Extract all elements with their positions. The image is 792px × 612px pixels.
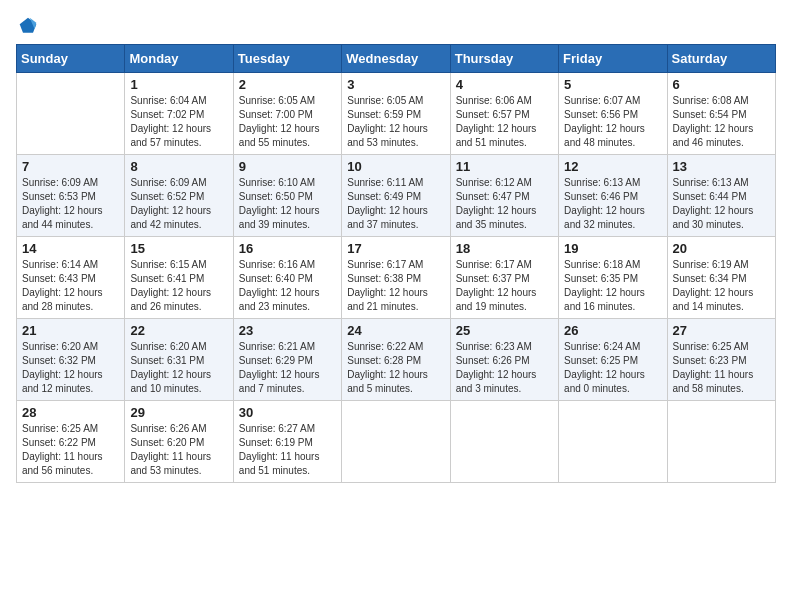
cell-info: Sunrise: 6:25 AMSunset: 6:22 PMDaylight:… bbox=[22, 422, 119, 478]
cell-date: 16 bbox=[239, 241, 336, 256]
cell-info: Sunrise: 6:25 AMSunset: 6:23 PMDaylight:… bbox=[673, 340, 770, 396]
calendar-cell: 13Sunrise: 6:13 AMSunset: 6:44 PMDayligh… bbox=[667, 155, 775, 237]
weekday-header: Sunday bbox=[17, 45, 125, 73]
calendar-cell: 26Sunrise: 6:24 AMSunset: 6:25 PMDayligh… bbox=[559, 319, 667, 401]
cell-date: 19 bbox=[564, 241, 661, 256]
calendar-week-row: 28Sunrise: 6:25 AMSunset: 6:22 PMDayligh… bbox=[17, 401, 776, 483]
cell-info: Sunrise: 6:21 AMSunset: 6:29 PMDaylight:… bbox=[239, 340, 336, 396]
calendar-cell bbox=[559, 401, 667, 483]
cell-info: Sunrise: 6:22 AMSunset: 6:28 PMDaylight:… bbox=[347, 340, 444, 396]
cell-info: Sunrise: 6:09 AMSunset: 6:52 PMDaylight:… bbox=[130, 176, 227, 232]
calendar-week-row: 7Sunrise: 6:09 AMSunset: 6:53 PMDaylight… bbox=[17, 155, 776, 237]
cell-date: 3 bbox=[347, 77, 444, 92]
cell-date: 25 bbox=[456, 323, 553, 338]
cell-info: Sunrise: 6:24 AMSunset: 6:25 PMDaylight:… bbox=[564, 340, 661, 396]
cell-date: 27 bbox=[673, 323, 770, 338]
calendar-week-row: 1Sunrise: 6:04 AMSunset: 7:02 PMDaylight… bbox=[17, 73, 776, 155]
cell-date: 4 bbox=[456, 77, 553, 92]
calendar-cell: 20Sunrise: 6:19 AMSunset: 6:34 PMDayligh… bbox=[667, 237, 775, 319]
calendar-cell: 9Sunrise: 6:10 AMSunset: 6:50 PMDaylight… bbox=[233, 155, 341, 237]
cell-date: 6 bbox=[673, 77, 770, 92]
calendar-cell: 2Sunrise: 6:05 AMSunset: 7:00 PMDaylight… bbox=[233, 73, 341, 155]
calendar-cell: 19Sunrise: 6:18 AMSunset: 6:35 PMDayligh… bbox=[559, 237, 667, 319]
cell-info: Sunrise: 6:12 AMSunset: 6:47 PMDaylight:… bbox=[456, 176, 553, 232]
cell-date: 18 bbox=[456, 241, 553, 256]
calendar-cell: 8Sunrise: 6:09 AMSunset: 6:52 PMDaylight… bbox=[125, 155, 233, 237]
calendar-cell bbox=[342, 401, 450, 483]
cell-info: Sunrise: 6:05 AMSunset: 6:59 PMDaylight:… bbox=[347, 94, 444, 150]
cell-info: Sunrise: 6:20 AMSunset: 6:32 PMDaylight:… bbox=[22, 340, 119, 396]
cell-info: Sunrise: 6:11 AMSunset: 6:49 PMDaylight:… bbox=[347, 176, 444, 232]
cell-date: 1 bbox=[130, 77, 227, 92]
cell-date: 17 bbox=[347, 241, 444, 256]
cell-date: 5 bbox=[564, 77, 661, 92]
calendar-cell: 18Sunrise: 6:17 AMSunset: 6:37 PMDayligh… bbox=[450, 237, 558, 319]
cell-date: 13 bbox=[673, 159, 770, 174]
cell-date: 10 bbox=[347, 159, 444, 174]
cell-date: 29 bbox=[130, 405, 227, 420]
cell-date: 7 bbox=[22, 159, 119, 174]
calendar-cell: 21Sunrise: 6:20 AMSunset: 6:32 PMDayligh… bbox=[17, 319, 125, 401]
cell-info: Sunrise: 6:26 AMSunset: 6:20 PMDaylight:… bbox=[130, 422, 227, 478]
page-header bbox=[16, 16, 776, 36]
cell-date: 14 bbox=[22, 241, 119, 256]
cell-date: 20 bbox=[673, 241, 770, 256]
cell-date: 24 bbox=[347, 323, 444, 338]
calendar-cell: 14Sunrise: 6:14 AMSunset: 6:43 PMDayligh… bbox=[17, 237, 125, 319]
cell-info: Sunrise: 6:07 AMSunset: 6:56 PMDaylight:… bbox=[564, 94, 661, 150]
calendar-cell: 28Sunrise: 6:25 AMSunset: 6:22 PMDayligh… bbox=[17, 401, 125, 483]
cell-info: Sunrise: 6:08 AMSunset: 6:54 PMDaylight:… bbox=[673, 94, 770, 150]
calendar-cell: 24Sunrise: 6:22 AMSunset: 6:28 PMDayligh… bbox=[342, 319, 450, 401]
cell-info: Sunrise: 6:27 AMSunset: 6:19 PMDaylight:… bbox=[239, 422, 336, 478]
cell-info: Sunrise: 6:16 AMSunset: 6:40 PMDaylight:… bbox=[239, 258, 336, 314]
logo bbox=[16, 16, 38, 36]
calendar-cell: 6Sunrise: 6:08 AMSunset: 6:54 PMDaylight… bbox=[667, 73, 775, 155]
weekday-header: Tuesday bbox=[233, 45, 341, 73]
cell-date: 11 bbox=[456, 159, 553, 174]
calendar-table: SundayMondayTuesdayWednesdayThursdayFrid… bbox=[16, 44, 776, 483]
cell-date: 23 bbox=[239, 323, 336, 338]
calendar-cell: 30Sunrise: 6:27 AMSunset: 6:19 PMDayligh… bbox=[233, 401, 341, 483]
calendar-cell: 27Sunrise: 6:25 AMSunset: 6:23 PMDayligh… bbox=[667, 319, 775, 401]
cell-date: 21 bbox=[22, 323, 119, 338]
cell-info: Sunrise: 6:19 AMSunset: 6:34 PMDaylight:… bbox=[673, 258, 770, 314]
cell-date: 28 bbox=[22, 405, 119, 420]
logo-icon bbox=[18, 16, 38, 36]
calendar-cell: 16Sunrise: 6:16 AMSunset: 6:40 PMDayligh… bbox=[233, 237, 341, 319]
calendar-cell: 10Sunrise: 6:11 AMSunset: 6:49 PMDayligh… bbox=[342, 155, 450, 237]
calendar-cell bbox=[17, 73, 125, 155]
cell-date: 26 bbox=[564, 323, 661, 338]
calendar-cell: 22Sunrise: 6:20 AMSunset: 6:31 PMDayligh… bbox=[125, 319, 233, 401]
calendar-cell: 4Sunrise: 6:06 AMSunset: 6:57 PMDaylight… bbox=[450, 73, 558, 155]
cell-date: 2 bbox=[239, 77, 336, 92]
calendar-cell bbox=[450, 401, 558, 483]
calendar-cell: 23Sunrise: 6:21 AMSunset: 6:29 PMDayligh… bbox=[233, 319, 341, 401]
cell-info: Sunrise: 6:05 AMSunset: 7:00 PMDaylight:… bbox=[239, 94, 336, 150]
cell-date: 30 bbox=[239, 405, 336, 420]
cell-info: Sunrise: 6:17 AMSunset: 6:37 PMDaylight:… bbox=[456, 258, 553, 314]
cell-date: 8 bbox=[130, 159, 227, 174]
cell-info: Sunrise: 6:06 AMSunset: 6:57 PMDaylight:… bbox=[456, 94, 553, 150]
calendar-cell: 1Sunrise: 6:04 AMSunset: 7:02 PMDaylight… bbox=[125, 73, 233, 155]
cell-info: Sunrise: 6:23 AMSunset: 6:26 PMDaylight:… bbox=[456, 340, 553, 396]
calendar-cell bbox=[667, 401, 775, 483]
cell-info: Sunrise: 6:10 AMSunset: 6:50 PMDaylight:… bbox=[239, 176, 336, 232]
cell-info: Sunrise: 6:15 AMSunset: 6:41 PMDaylight:… bbox=[130, 258, 227, 314]
cell-info: Sunrise: 6:14 AMSunset: 6:43 PMDaylight:… bbox=[22, 258, 119, 314]
weekday-header: Thursday bbox=[450, 45, 558, 73]
calendar-cell: 3Sunrise: 6:05 AMSunset: 6:59 PMDaylight… bbox=[342, 73, 450, 155]
calendar-week-row: 21Sunrise: 6:20 AMSunset: 6:32 PMDayligh… bbox=[17, 319, 776, 401]
calendar-cell: 17Sunrise: 6:17 AMSunset: 6:38 PMDayligh… bbox=[342, 237, 450, 319]
cell-info: Sunrise: 6:17 AMSunset: 6:38 PMDaylight:… bbox=[347, 258, 444, 314]
weekday-header: Saturday bbox=[667, 45, 775, 73]
cell-date: 22 bbox=[130, 323, 227, 338]
calendar-week-row: 14Sunrise: 6:14 AMSunset: 6:43 PMDayligh… bbox=[17, 237, 776, 319]
cell-info: Sunrise: 6:20 AMSunset: 6:31 PMDaylight:… bbox=[130, 340, 227, 396]
calendar-cell: 25Sunrise: 6:23 AMSunset: 6:26 PMDayligh… bbox=[450, 319, 558, 401]
calendar-cell: 29Sunrise: 6:26 AMSunset: 6:20 PMDayligh… bbox=[125, 401, 233, 483]
cell-date: 15 bbox=[130, 241, 227, 256]
weekday-header: Monday bbox=[125, 45, 233, 73]
calendar-cell: 15Sunrise: 6:15 AMSunset: 6:41 PMDayligh… bbox=[125, 237, 233, 319]
weekday-header: Friday bbox=[559, 45, 667, 73]
cell-info: Sunrise: 6:18 AMSunset: 6:35 PMDaylight:… bbox=[564, 258, 661, 314]
